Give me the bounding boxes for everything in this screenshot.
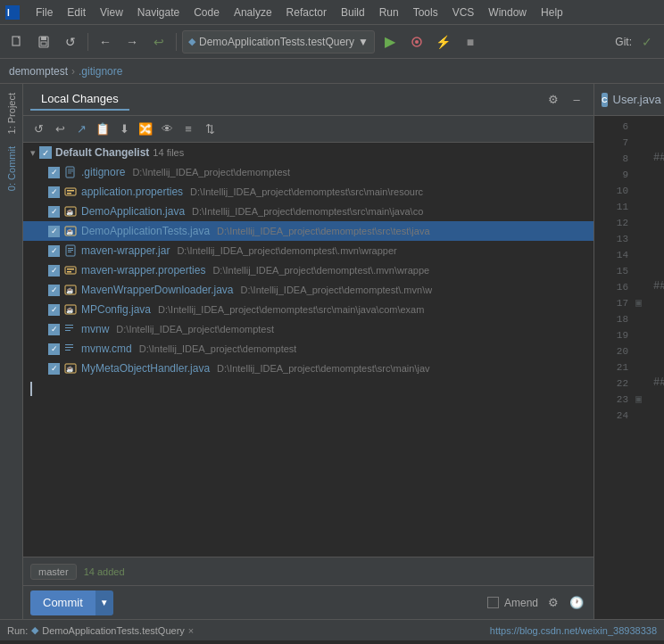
file-checkbox-3[interactable]: ✓ <box>48 226 60 237</box>
menu-code[interactable]: Code <box>187 4 227 21</box>
file-item-mymetaobjecthandler[interactable]: ✓ ☕ MyMetaObjectHandler.java D:\Intellij… <box>23 359 593 378</box>
file-checkbox-6[interactable]: ✓ <box>48 285 60 296</box>
code-line-14: 14 <box>594 248 664 264</box>
file-path-10: D:\Intellij_IDEA_project\demomptest\src\… <box>217 363 429 374</box>
file-checkbox-4[interactable]: ✓ <box>48 245 60 257</box>
branch-badge[interactable]: master <box>30 564 77 580</box>
file-item-mavenjar[interactable]: ✓ maven-wrapper.jar D:\Intellij_IDEA_pro… <box>23 241 593 260</box>
refresh-changes-btn[interactable]: ↺ <box>29 120 48 139</box>
refresh-btn[interactable]: ↺ <box>59 30 82 54</box>
new-file-btn[interactable] <box>5 30 29 54</box>
svg-rect-21 <box>68 248 73 249</box>
minimize-icon-btn[interactable]: – <box>567 90 586 110</box>
file-item-mvnw[interactable]: ✓ mvnw D:\Intellij_IDEA_project\demompte… <box>23 319 593 339</box>
amend-checkbox[interactable] <box>487 597 499 608</box>
sidebar-project[interactable]: 1: Project <box>4 87 19 139</box>
run-config-dropdown[interactable]: ◆ DemoApplicationTests.testQuery ▼ <box>182 30 375 54</box>
view-options-btn[interactable]: 👁 <box>157 120 177 139</box>
run-config-label: DemoApplicationTests.testQuery <box>199 36 354 48</box>
file-path-2: D:\Intellij_IDEA_project\demomptest\src\… <box>192 206 423 217</box>
menu-view[interactable]: View <box>93 4 130 21</box>
svg-rect-24 <box>65 267 76 274</box>
sidebar-commit[interactable]: 0: Commit <box>4 141 19 196</box>
breadcrumb-file[interactable]: .gitignore <box>79 65 122 78</box>
svg-rect-13 <box>65 188 76 195</box>
run-file[interactable]: DemoApplicationTests.testQuery <box>42 625 185 636</box>
code-line-18: 18 * <box>594 312 664 328</box>
left-panel: Local Changes ⚙ – ↺ ↩ ↗ 📋 ⬇ 🔀 👁 ≡ ⇅ ▾ ✓ … <box>23 84 594 619</box>
file-item-demoapplicationtests[interactable]: ✓ ☕ DemoApplicationTests.java D:\Intelli… <box>23 221 593 241</box>
changelist-checkbox[interactable]: ✓ <box>39 146 52 159</box>
menu-refactor[interactable]: Refactor <box>279 4 334 21</box>
file-checkbox-9[interactable]: ✓ <box>48 343 60 355</box>
right-code-view[interactable]: 6 7 8 ## 9 .a 10 <box>594 116 664 619</box>
svg-rect-23 <box>68 252 71 252</box>
svg-text:I: I <box>7 8 10 18</box>
sort-btn[interactable]: ⇅ <box>200 120 220 139</box>
file-item-appprops[interactable]: ✓ application.properties D:\Intellij_IDE… <box>23 182 593 202</box>
file-type-icon-0 <box>63 165 78 179</box>
file-item-mavenwrapperprops[interactable]: ✓ maven-wrapper.properties D:\Intellij_I… <box>23 260 593 280</box>
diff-btn[interactable]: 🔀 <box>136 120 155 139</box>
amend-settings-btn[interactable]: ⚙ <box>544 593 563 613</box>
code-line-13: 13 .s <box>594 232 664 248</box>
file-item-gitignore[interactable]: ✓ .gitignore D:\Intellij_IDEA_project\de… <box>23 162 593 182</box>
toolbar-sep-2 <box>176 33 177 51</box>
file-checkbox-7[interactable]: ✓ <box>48 304 60 316</box>
file-name-3: DemoApplicationTests.java <box>81 225 210 237</box>
amend-history-btn[interactable]: 🕐 <box>567 593 586 613</box>
file-item-mavenwrapperdownloader[interactable]: ✓ ☕ MavenWrapperDownloader.java D:\Intel… <box>23 280 593 300</box>
code-line-21: 21 <box>594 360 664 376</box>
commit-dropdown-btn[interactable]: ▼ <box>95 590 113 615</box>
save-btn[interactable] <box>32 30 55 54</box>
shelf-btn[interactable]: ⬇ <box>114 120 134 139</box>
code-line-20: 20 * <box>594 344 664 360</box>
file-item-demoapplication[interactable]: ✓ ☕ DemoApplication.java D:\Intellij_IDE… <box>23 202 593 221</box>
file-type-icon-8 <box>63 322 78 336</box>
run-btn[interactable]: ▶ <box>378 30 402 54</box>
debug-btn[interactable] <box>405 30 428 54</box>
new-changelist-btn[interactable]: ↗ <box>71 120 91 139</box>
back-btn[interactable]: ← <box>94 30 117 54</box>
file-item-mpconfig[interactable]: ✓ ☕ MPConfig.java D:\Intellij_IDEA_proje… <box>23 300 593 319</box>
file-checkbox-2[interactable]: ✓ <box>48 206 60 218</box>
breadcrumb-project[interactable]: demomptest <box>9 65 68 78</box>
profile-btn[interactable]: ⚡ <box>432 30 455 54</box>
forward-btn[interactable]: → <box>120 30 144 54</box>
app-logo: I <box>4 4 21 21</box>
menu-vcs[interactable]: VCS <box>445 4 482 21</box>
svg-rect-22 <box>68 250 73 251</box>
file-checkbox-5[interactable]: ✓ <box>48 265 60 277</box>
tab-local-changes[interactable]: Local Changes <box>30 88 129 111</box>
stop-btn[interactable]: ■ <box>459 30 482 54</box>
file-checkbox-8[interactable]: ✓ <box>48 324 60 335</box>
menu-help[interactable]: Help <box>534 4 570 21</box>
file-checkbox-1[interactable]: ✓ <box>48 186 60 198</box>
file-name-8: mvnw <box>81 323 109 335</box>
settings-icon-btn[interactable]: ⚙ <box>544 90 563 110</box>
menu-tools[interactable]: Tools <box>406 4 445 21</box>
menu-file[interactable]: File <box>29 4 60 21</box>
git-check-btn[interactable]: ✓ <box>635 30 659 54</box>
recent-btn[interactable]: ↩ <box>147 30 170 54</box>
commit-message-area[interactable] <box>23 378 593 485</box>
file-item-mvnwcmd[interactable]: ✓ mvnw.cmd D:\Intellij_IDEA_project\demo… <box>23 339 593 359</box>
menu-build[interactable]: Build <box>334 4 372 21</box>
file-checkbox-10[interactable]: ✓ <box>48 363 60 375</box>
menu-window[interactable]: Window <box>481 4 534 21</box>
changelist-header[interactable]: ▾ ✓ Default Changelist 14 files <box>23 143 593 162</box>
group-btn[interactable]: ≡ <box>178 120 198 139</box>
menu-analyze[interactable]: Analyze <box>227 4 279 21</box>
file-checkbox-0[interactable]: ✓ <box>48 167 60 178</box>
code-line-11: 11 .P <box>594 200 664 216</box>
file-name-5: maven-wrapper.properties <box>81 264 205 277</box>
move-btn[interactable]: 📋 <box>93 120 112 139</box>
file-path-3: D:\Intellij_IDEA_project\demomptest\src\… <box>217 226 429 236</box>
menu-navigate[interactable]: Navigate <box>130 4 187 21</box>
revert-btn[interactable]: ↩ <box>50 120 70 139</box>
menu-run[interactable]: Run <box>372 4 406 21</box>
run-close-btn[interactable]: × <box>188 625 194 636</box>
commit-main-btn[interactable]: Commit <box>30 590 95 615</box>
menu-edit[interactable]: Edit <box>60 4 93 21</box>
status-bar: Run: ◆ DemoApplicationTests.testQuery × … <box>0 619 664 640</box>
